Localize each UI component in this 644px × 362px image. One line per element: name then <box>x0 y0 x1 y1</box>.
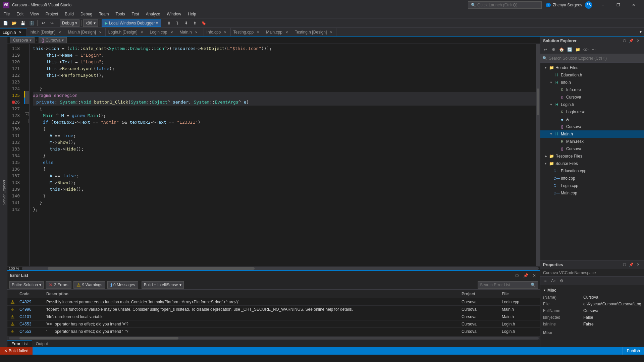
error-search-box[interactable]: 🔍 <box>478 281 538 289</box>
close-button[interactable]: ✕ <box>626 0 641 10</box>
tree-item-source-files[interactable]: ▼ 📁 Source Files <box>540 160 644 167</box>
toolbar-step-over[interactable]: ⤵ <box>173 19 181 27</box>
prop-row-isinjected[interactable]: IsInjected False <box>540 314 644 321</box>
menu-analyze[interactable]: Analyze <box>143 10 164 18</box>
tab-login-design-close[interactable]: ✕ <box>140 30 144 35</box>
menu-view[interactable]: View <box>27 10 42 18</box>
tree-item-a[interactable]: ◆ A <box>540 116 644 123</box>
panel-dock-btn[interactable]: 📌 <box>523 273 529 279</box>
error-search-input[interactable] <box>480 283 531 287</box>
tab-login-h-close[interactable]: ✕ <box>18 30 22 35</box>
sol-toolbar-btn7[interactable]: ⋯ <box>590 46 597 53</box>
restore-button[interactable]: ❐ <box>610 0 626 10</box>
col-header-code[interactable]: Code <box>17 292 44 296</box>
tree-item-info-cpp[interactable]: C++ Info.cpp <box>540 175 644 182</box>
tab-login-h[interactable]: Login.h ✕ <box>0 28 27 36</box>
tree-item-resource-files[interactable]: ▶ 📁 Resource Files <box>540 153 644 160</box>
sol-toolbar-btn5[interactable]: 📁 <box>574 46 581 53</box>
panel-tab-errors[interactable]: Error List <box>7 340 32 347</box>
menu-build[interactable]: Build <box>61 10 77 18</box>
scope-dropdown[interactable]: Entire Solution ▾ <box>9 281 44 289</box>
tree-item-info-resx[interactable]: R Info.resx <box>540 86 644 94</box>
tree-item-education-cpp[interactable]: C++ Education.cpp <box>540 167 644 175</box>
panel-close-btn[interactable]: ✕ <box>531 273 537 279</box>
solution-search-input[interactable] <box>549 56 642 61</box>
menu-edit[interactable]: Edit <box>13 10 27 18</box>
toolbar-save[interactable]: 💾 <box>19 19 27 27</box>
menu-test[interactable]: Test <box>128 10 143 18</box>
tree-item-login-resx[interactable]: R Login.resx <box>540 108 644 116</box>
menu-file[interactable]: File <box>0 10 13 18</box>
toolbar-save-all[interactable]: 🗄️ <box>28 19 36 27</box>
prop-row-name[interactable]: (Name) Cursova <box>540 294 644 301</box>
toolbar-breakpoint[interactable]: ⏸ <box>165 19 173 27</box>
props-pin-btn[interactable]: 📌 <box>628 261 635 268</box>
tree-item-main-cpp[interactable]: C++ Main.cpp <box>540 189 644 197</box>
horizontal-scrollbar[interactable]: 100 % <box>7 266 540 270</box>
tab-testing-cpp[interactable]: Testing.cpp ✕ <box>231 28 264 36</box>
panel-float-btn[interactable]: ⬡ <box>514 273 520 279</box>
tree-item-info-h[interactable]: ▼ H Info.h <box>540 79 644 86</box>
panel-tab-output[interactable]: Output <box>32 340 52 347</box>
toolbar-redo[interactable]: ↪ <box>48 19 56 27</box>
sidebar-server-explorer[interactable]: Server Explorer <box>1 177 7 208</box>
vertical-scrollbar[interactable] <box>536 44 540 266</box>
col-header-desc[interactable]: Description <box>44 292 460 296</box>
messages-badge[interactable]: ℹ 0 Messages <box>107 281 138 289</box>
menu-tools[interactable]: Tools <box>112 10 128 18</box>
tree-item-login-h[interactable]: ▼ H Login.h <box>540 101 644 108</box>
props-btn-properties[interactable]: ⚙ <box>558 277 565 285</box>
menu-help[interactable]: Help <box>184 10 200 18</box>
sol-toolbar-btn6[interactable]: </> <box>582 46 589 53</box>
error-row-4[interactable]: ⚠ C4553 '==': operator has no effect; di… <box>7 328 540 335</box>
error-row-0[interactable]: ⚠ C4829 Possibly incorrect parameters to… <box>7 298 540 306</box>
menu-project[interactable]: Project <box>42 10 61 18</box>
col-header-project[interactable]: Project <box>460 292 500 296</box>
tab-login-design[interactable]: Login.h [Design] ✕ <box>106 28 147 36</box>
scrollbar-thumb-h[interactable] <box>48 267 254 270</box>
tab-main-cpp[interactable]: Main.cpp ✕ <box>263 28 292 36</box>
props-float-btn[interactable]: ⬡ <box>621 261 628 268</box>
run-button[interactable]: ▶ Local Windows Debugger ▾ <box>102 19 161 27</box>
tab-main-design[interactable]: Main.h [Design] ✕ <box>65 28 105 36</box>
sidebar-toolbox[interactable]: Toolbox <box>0 184 0 202</box>
quick-launch-input[interactable] <box>477 3 539 7</box>
props-close-btn[interactable]: ✕ <box>635 261 641 268</box>
tab-main-h[interactable]: Main.h ✕ <box>177 28 204 36</box>
toolbar-bookmark[interactable]: 🔖 <box>200 19 208 27</box>
menu-team[interactable]: Team <box>96 10 112 18</box>
tab-info-design-close[interactable]: ✕ <box>57 30 62 35</box>
build-filter-dropdown[interactable]: Build + IntelliSense ▾ <box>142 281 184 289</box>
menu-debug[interactable]: Debug <box>77 10 96 18</box>
toolbar-step-out[interactable]: ⬆ <box>191 19 199 27</box>
tree-item-cursova-ns3[interactable]: {} Cursova <box>540 145 644 153</box>
errors-badge[interactable]: ✕ 2 Errors <box>46 281 71 289</box>
tab-testing-design-close[interactable]: ✕ <box>329 30 333 35</box>
build-failed-badge[interactable]: ✕ Build failed <box>0 347 33 355</box>
tree-item-cursova-ns1[interactable]: {} Cursova <box>540 94 644 101</box>
tab-testing-cpp-close[interactable]: ✕ <box>256 30 260 35</box>
code-container[interactable]: 118 119 120 121 122 123 124 125 126 127 … <box>7 44 540 266</box>
tab-main-h-close[interactable]: ✕ <box>194 30 199 35</box>
sol-toolbar-btn4[interactable]: 🔄 <box>566 46 573 53</box>
warnings-badge[interactable]: ⚠ 9 Warnings <box>73 281 105 289</box>
tab-login-cpp-close[interactable]: ✕ <box>169 30 174 35</box>
prop-row-isinline[interactable]: IsInline False <box>540 321 644 327</box>
code-editor[interactable]: this->Icon = (cli::safe_cast<System::Dra… <box>30 44 536 266</box>
toolbar-new[interactable]: 📄 <box>1 19 9 27</box>
tree-item-main-resx[interactable]: R Main.resx <box>540 138 644 145</box>
tab-main-design-close[interactable]: ✕ <box>98 30 103 35</box>
sol-toolbar-btn1[interactable]: ↩ <box>542 46 549 53</box>
tab-info-cpp[interactable]: Info.cpp ✕ <box>204 28 231 36</box>
publish-button[interactable]: Publish <box>623 347 644 355</box>
error-row-3[interactable]: ⚠ C4553 '==': operator has no effect; di… <box>7 320 540 328</box>
prop-row-file[interactable]: File e:\Kypcau\Cursova\Cursova\Log <box>540 301 644 307</box>
tab-info-design[interactable]: Info.h [Design] ✕ <box>27 28 65 36</box>
tree-item-education-h[interactable]: H Education.h <box>540 71 644 79</box>
col-header-file[interactable]: File <box>500 292 540 296</box>
error-row-1[interactable]: ⚠ C4996 'fopen': This function or variab… <box>7 306 540 313</box>
tree-item-login-cpp[interactable]: C++ Login.cpp <box>540 182 644 189</box>
panel-float-btn2[interactable]: ⬡ <box>621 38 628 44</box>
panel-pin-btn[interactable]: 📌 <box>628 38 635 44</box>
tree-item-header-files[interactable]: ▼ 📁 Header Files <box>540 64 644 71</box>
